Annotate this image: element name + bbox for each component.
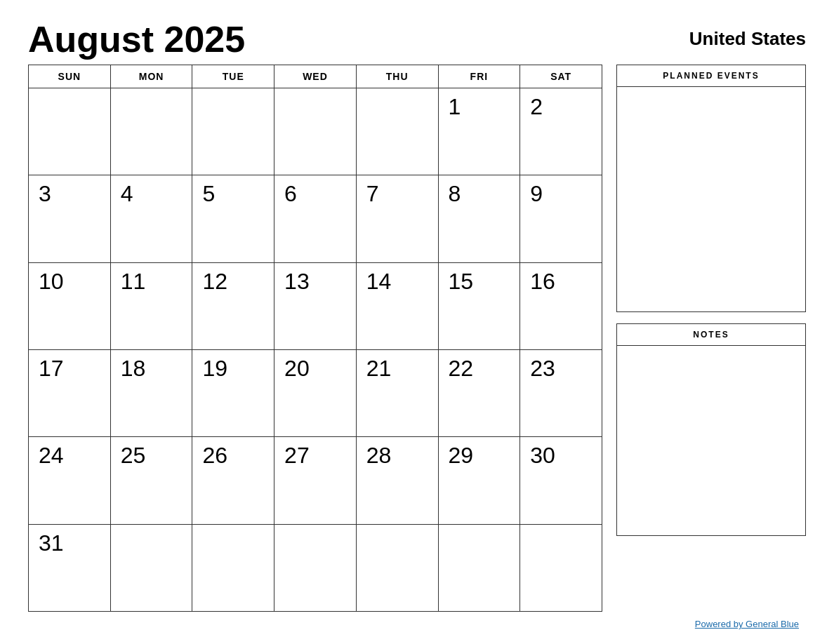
day-number: 13 — [284, 269, 310, 294]
day-number: 18 — [121, 356, 146, 381]
calendar-cell — [110, 88, 192, 175]
calendar-cell: 1 — [438, 88, 520, 175]
header: August 2025 United States — [28, 21, 806, 58]
calendar-cell — [520, 524, 602, 611]
day-number: 22 — [449, 356, 474, 381]
calendar-cell: 12 — [192, 262, 274, 349]
calendar-week-row: 10111213141516 — [29, 262, 602, 349]
calendar-cell: 17 — [29, 349, 111, 436]
calendar-week-row: 12 — [29, 88, 602, 175]
calendar-cell: 5 — [192, 175, 274, 262]
day-number: 8 — [449, 181, 461, 206]
calendar-cell: 25 — [110, 437, 192, 524]
day-of-week-header: TUE — [192, 65, 274, 88]
calendar-table: SUNMONTUEWEDTHUFRISAT 123456789101112131… — [28, 65, 602, 612]
planned-events-title: PLANNED EVENTS — [617, 65, 805, 87]
sidebar: PLANNED EVENTS NOTES — [616, 65, 806, 612]
day-number: 19 — [202, 356, 227, 381]
calendar-cell: 29 — [438, 437, 520, 524]
calendar-cell — [29, 88, 111, 175]
powered-by-link[interactable]: Powered by General Blue — [695, 619, 799, 629]
day-number: 21 — [366, 356, 392, 381]
day-number: 28 — [366, 443, 392, 468]
page-container: August 2025 United States SUNMONTUEWEDTH… — [28, 21, 806, 630]
calendar-cell: 27 — [274, 437, 357, 524]
day-of-week-header: MON — [110, 65, 192, 88]
calendar-cell: 4 — [110, 175, 192, 262]
planned-events-box: PLANNED EVENTS — [616, 65, 806, 312]
calendar-week-row: 31 — [29, 524, 602, 611]
calendar-cell: 16 — [520, 262, 602, 349]
calendar-cell: 23 — [520, 349, 602, 436]
calendar-cell: 22 — [438, 349, 520, 436]
days-of-week-row: SUNMONTUEWEDTHUFRISAT — [29, 65, 602, 88]
calendar-cell — [274, 88, 357, 175]
calendar-cell — [192, 88, 274, 175]
day-number: 14 — [366, 269, 392, 294]
calendar-cell: 11 — [110, 262, 192, 349]
day-number: 10 — [39, 269, 64, 294]
calendar-cell: 2 — [520, 88, 602, 175]
day-number: 7 — [366, 181, 379, 206]
day-number: 1 — [449, 94, 461, 119]
calendar-cell: 13 — [274, 262, 357, 349]
day-number: 15 — [449, 269, 474, 294]
calendar-cell — [438, 524, 520, 611]
footer: Powered by General Blue — [28, 617, 806, 630]
day-number: 3 — [39, 181, 51, 206]
calendar-cell: 7 — [356, 175, 438, 262]
day-number: 2 — [530, 94, 543, 119]
day-number: 6 — [284, 181, 297, 206]
calendar-cell: 15 — [438, 262, 520, 349]
calendar-cell: 21 — [356, 349, 438, 436]
calendar-cell — [274, 524, 357, 611]
day-of-week-header: FRI — [438, 65, 520, 88]
calendar-cell: 9 — [520, 175, 602, 262]
calendar-cell: 6 — [274, 175, 357, 262]
day-number: 11 — [121, 269, 146, 294]
calendar-cell: 10 — [29, 262, 111, 349]
calendar-cell: 19 — [192, 349, 274, 436]
day-number: 5 — [202, 181, 215, 206]
calendar-cell: 18 — [110, 349, 192, 436]
month-title: August 2025 — [28, 21, 245, 58]
notes-box: NOTES — [616, 323, 806, 536]
day-number: 23 — [530, 356, 555, 381]
calendar-cell — [356, 524, 438, 611]
calendar-week-row: 3456789 — [29, 175, 602, 262]
calendar-section: SUNMONTUEWEDTHUFRISAT 123456789101112131… — [28, 65, 602, 612]
calendar-cell: 30 — [520, 437, 602, 524]
main-content: SUNMONTUEWEDTHUFRISAT 123456789101112131… — [28, 65, 806, 612]
day-number: 24 — [39, 443, 64, 468]
calendar-cell: 24 — [29, 437, 111, 524]
day-number: 25 — [121, 443, 146, 468]
planned-events-content — [617, 87, 805, 311]
day-of-week-header: WED — [274, 65, 357, 88]
day-of-week-header: SAT — [520, 65, 602, 88]
calendar-week-row: 24252627282930 — [29, 437, 602, 524]
calendar-cell: 31 — [29, 524, 111, 611]
day-of-week-header: SUN — [29, 65, 111, 88]
day-number: 20 — [284, 356, 310, 381]
calendar-cell: 8 — [438, 175, 520, 262]
country-title: United States — [689, 21, 806, 50]
day-number: 12 — [202, 269, 227, 294]
day-number: 4 — [121, 181, 133, 206]
day-number: 26 — [202, 443, 227, 468]
calendar-cell — [356, 88, 438, 175]
day-number: 31 — [39, 530, 64, 556]
calendar-cell: 3 — [29, 175, 111, 262]
calendar-cell: 26 — [192, 437, 274, 524]
calendar-cell: 28 — [356, 437, 438, 524]
day-of-week-header: THU — [356, 65, 438, 88]
calendar-week-row: 17181920212223 — [29, 349, 602, 436]
notes-content — [617, 346, 805, 535]
calendar-cell — [110, 524, 192, 611]
day-number: 17 — [39, 356, 64, 381]
day-number: 30 — [530, 443, 555, 468]
calendar-cell — [192, 524, 274, 611]
calendar-cell: 20 — [274, 349, 357, 436]
day-number: 27 — [284, 443, 310, 468]
day-number: 29 — [449, 443, 474, 468]
calendar-cell: 14 — [356, 262, 438, 349]
